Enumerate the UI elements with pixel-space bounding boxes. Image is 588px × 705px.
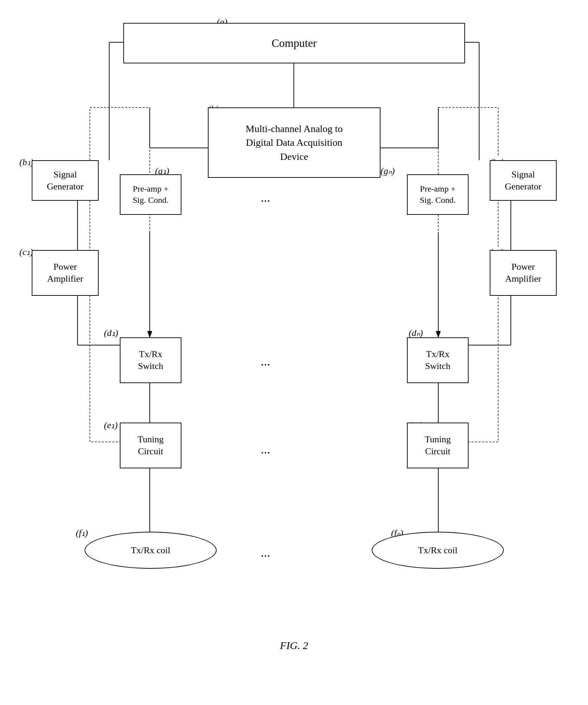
- tuning-circuit-N: Tuning Circuit: [407, 423, 469, 468]
- dots-3: ...: [261, 442, 270, 457]
- preamp-1: Pre-amp + Sig. Cond.: [120, 174, 181, 215]
- fig-caption: FIG. 2: [0, 640, 588, 651]
- txrx-switch-1: Tx/Rx Switch: [120, 337, 181, 383]
- power-amp-1: Power Amplifier: [32, 250, 99, 296]
- svg-rect-6: [438, 107, 498, 442]
- signal-gen-1: Signal Generator: [32, 160, 99, 201]
- dots-2: ...: [261, 354, 270, 369]
- label-e1: (e₁): [104, 420, 118, 431]
- label-f1: (f₁): [76, 528, 88, 538]
- computer-box: Computer: [123, 23, 465, 63]
- svg-marker-22: [436, 331, 441, 338]
- coil-1: Tx/Rx coil: [85, 532, 217, 569]
- tuning-circuit-1: Tuning Circuit: [120, 423, 181, 468]
- label-d1: (d₁): [104, 327, 118, 338]
- connection-lines: [0, 0, 588, 669]
- coil-N: Tx/Rx coil: [372, 532, 504, 569]
- label-c1: (c₁): [19, 247, 33, 257]
- label-gN: (gₙ): [380, 166, 395, 176]
- diagram: (a) Computer (h) Multi-channel Analog to…: [0, 0, 588, 669]
- svg-rect-5: [90, 107, 150, 442]
- txrx-switch-N: Tx/Rx Switch: [407, 337, 469, 383]
- dots-4: ...: [261, 545, 270, 560]
- preamp-N: Pre-amp + Sig. Cond.: [407, 174, 469, 215]
- power-amp-N: Power Amplifier: [490, 250, 557, 296]
- signal-gen-N: Signal Generator: [490, 160, 557, 201]
- dots-1: ...: [261, 190, 270, 205]
- daq-box: Multi-channel Analog to Digital Data Acq…: [208, 107, 380, 178]
- label-dN: (dₙ): [409, 327, 423, 338]
- svg-marker-15: [147, 331, 152, 338]
